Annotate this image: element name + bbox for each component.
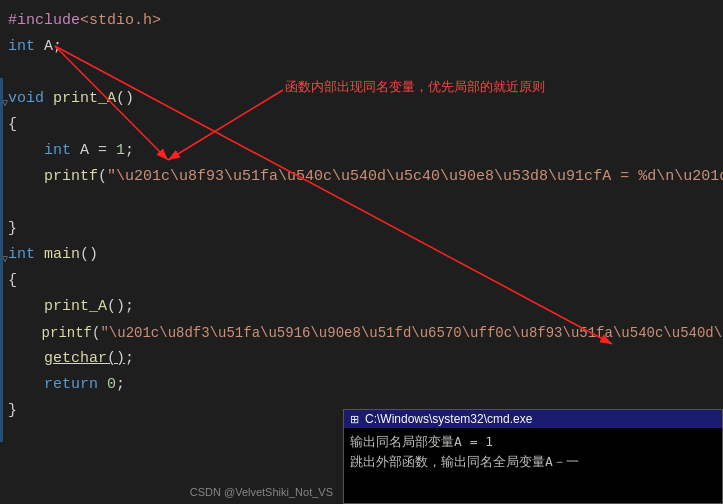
code-line-7: printf("\u201c\u8f93\u51fa\u540c\u540d\u… <box>0 164 723 190</box>
code-line-1: #include<stdio.h> <box>0 8 723 34</box>
code-line-2: int A; <box>0 34 723 60</box>
code-line-11: { <box>0 268 723 294</box>
cmd-titlebar: ⊞ C:\Windows\system32\cmd.exe <box>344 410 722 428</box>
code-line-12: print_A(); <box>0 294 723 320</box>
collapse-bar-1 <box>0 78 3 286</box>
cmd-output-2: 跳出外部函数，输出同名全局变量A－一 <box>350 452 716 472</box>
watermark: CSDN @VelvetShiki_Not_VS <box>190 486 333 498</box>
code-editor: #include<stdio.h> int A; ▽ void print_A(… <box>0 0 723 432</box>
annotation-text: 函数内部出现同名变量，优先局部的就近原则 <box>285 78 545 96</box>
collapse-bar-2 <box>0 260 3 442</box>
code-line-15: return 0; <box>0 372 723 398</box>
code-line-14: getchar(); <box>0 346 723 372</box>
code-line-9: } <box>0 216 723 242</box>
cmd-body: 输出同名局部变量A = 1 跳出外部函数，输出同名全局变量A－一 <box>344 428 722 476</box>
cmd-window: ⊞ C:\Windows\system32\cmd.exe 输出同名局部变量A … <box>343 409 723 504</box>
code-line-10: ▽ int main() <box>0 242 723 268</box>
cmd-output-1: 输出同名局部变量A = 1 <box>350 432 716 452</box>
code-line-8 <box>0 190 723 216</box>
code-line-5: { <box>0 112 723 138</box>
cmd-title: C:\Windows\system32\cmd.exe <box>365 412 532 426</box>
code-line-6: int A = 1; <box>0 138 723 164</box>
cmd-icon: ⊞ <box>350 413 359 426</box>
code-line-13: printf("\u201c\u8df3\u51fa\u5916\u90e8\u… <box>0 320 723 346</box>
